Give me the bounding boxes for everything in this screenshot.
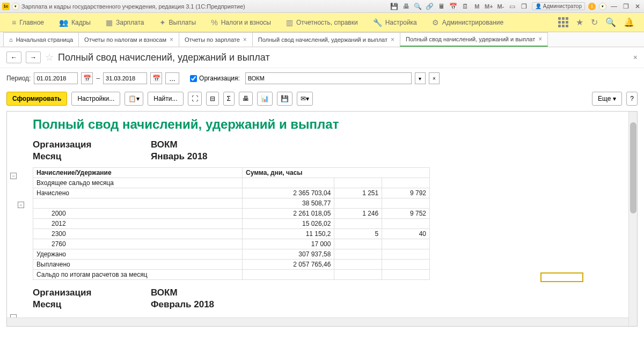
schedule-icon[interactable]: 🗓 (461, 2, 470, 11)
tab-home[interactable]: ⌂Начальная страница (3, 32, 79, 47)
nav-salary[interactable]: ▦Зарплата (98, 18, 152, 27)
calendar-icon[interactable]: 📅 (449, 2, 458, 11)
nav-settings[interactable]: 🔧Настройка (365, 18, 425, 27)
page-header: ← → ☆ Полный свод начислений, удержаний … (0, 47, 644, 68)
generate-button[interactable]: Сформировать (6, 92, 67, 106)
close-icon[interactable]: × (391, 36, 394, 43)
outline-collapse-1[interactable]: − (10, 173, 17, 179)
close-icon[interactable]: × (538, 35, 542, 43)
table-row: Удержано307 937,58 (33, 249, 430, 260)
tab-bar: ⌂Начальная страница Отчеты по налогам и … (0, 32, 644, 47)
org-clear-button[interactable]: × (429, 72, 440, 84)
m-plus-icon[interactable]: M+ (485, 2, 493, 11)
info-icon[interactable]: i (588, 3, 596, 10)
expand-icon[interactable]: ⛶ (188, 92, 202, 106)
date-from-input[interactable] (34, 72, 78, 84)
gear-icon: ⚙ (432, 18, 439, 27)
date-to-input[interactable] (103, 72, 147, 84)
apps-icon[interactable] (558, 17, 568, 27)
star-icon[interactable]: ★ (576, 17, 583, 27)
info-dropdown[interactable]: ▾ (599, 3, 606, 10)
period-picker-button[interactable]: ... (165, 72, 179, 84)
nav-personnel[interactable]: 👥Кадры (52, 18, 98, 27)
print-icon[interactable]: 🖶 (402, 2, 411, 11)
tab-tax-reports[interactable]: Отчеты по налогам и взносам× (78, 32, 179, 47)
collapse-icon[interactable]: ⊟ (206, 92, 219, 106)
nav-admin[interactable]: ⚙Администрирование (425, 18, 511, 27)
app-menu-dropdown[interactable]: ▾ (12, 3, 19, 10)
nav-main[interactable]: ≡Главное (4, 18, 52, 27)
save-report-icon[interactable]: 💾 (277, 92, 292, 106)
chart-icon[interactable]: 📊 (257, 92, 273, 106)
report-icon: ▥ (286, 18, 293, 27)
page-title: Полный свод начислений, удержаний и выпл… (58, 52, 270, 63)
report-area: − − − Полный свод начислений, удержаний … (6, 111, 638, 327)
selected-cell[interactable] (540, 272, 583, 282)
find-button[interactable]: Найти... (148, 92, 183, 106)
org-input[interactable] (245, 72, 412, 84)
calendar-from-icon[interactable]: 📅 (81, 72, 93, 84)
scroll-thumb[interactable] (630, 122, 636, 213)
save-icon[interactable]: 💾 (390, 2, 399, 11)
table-header-row: Начисление/Удержание Сумма, дни, часы (33, 168, 430, 178)
outline-collapse-2[interactable]: − (18, 202, 24, 208)
variants-button[interactable]: 📋▾ (125, 92, 143, 106)
org-checkbox-input[interactable] (190, 75, 197, 82)
nav-reports[interactable]: ▥Отчетность, справки (279, 18, 365, 27)
favorite-icon[interactable]: ☆ (45, 51, 54, 63)
link-icon[interactable]: 🔗 (426, 2, 434, 11)
org-checkbox[interactable]: Организация: (190, 75, 240, 82)
minimize-icon[interactable]: — (610, 2, 618, 11)
help-button[interactable]: ? (626, 92, 638, 106)
vertical-scrollbar[interactable] (628, 112, 637, 326)
close-icon[interactable]: × (243, 36, 247, 43)
print-button[interactable]: 🖶 (239, 92, 253, 106)
m-minus-icon[interactable]: M- (496, 2, 505, 11)
sum-icon[interactable]: Σ (223, 92, 235, 106)
table-row: 20002 261 018,051 2469 752 (33, 209, 430, 219)
outline-gutter: − − − (10, 112, 30, 316)
people-icon: 👥 (59, 18, 68, 27)
month-value-2: Февраль 2018 (151, 299, 214, 310)
table-row: 201215 026,02 (33, 219, 430, 229)
history-icon[interactable]: ↻ (591, 17, 598, 27)
more-button[interactable]: Еще ▾ (592, 92, 622, 106)
page-close-icon[interactable]: × (633, 53, 638, 62)
maximize-icon[interactable]: ❐ (621, 2, 630, 11)
col-header-name: Начисление/Удержание (33, 168, 243, 178)
user-badge[interactable]: 👤 Администратор (532, 2, 585, 10)
titlebar: 1c ▾ Зарплата и кадры государственного у… (0, 0, 644, 13)
table-row: 230011 150,2540 (33, 229, 430, 239)
calendar-to-icon[interactable]: 📅 (150, 72, 162, 84)
window-icon[interactable]: ▭ (508, 2, 517, 11)
grid-icon: ▦ (106, 18, 113, 27)
home-icon: ⌂ (9, 36, 13, 43)
close-window-icon[interactable]: ✕ (633, 2, 642, 11)
tab-salary-reports[interactable]: Отчеты по зарплате× (179, 32, 253, 47)
tab-full-report-1[interactable]: Полный свод начислений, удержаний и выпл… (252, 32, 400, 47)
org-dropdown-button[interactable]: ▾ (415, 72, 426, 84)
month-label: Месяц (33, 151, 151, 162)
forward-button[interactable]: → (26, 51, 41, 63)
org-label-2: Организация (33, 287, 151, 298)
horizontal-scrollbar[interactable] (7, 318, 628, 326)
back-button[interactable]: ← (6, 51, 21, 63)
nav-search-icon[interactable]: 🔍 (605, 17, 616, 27)
search-icon[interactable]: 🔍 (414, 2, 422, 11)
main-nav: ≡Главное 👥Кадры ▦Зарплата ✦Выплаты %Нало… (0, 13, 644, 32)
menu-icon: ≡ (12, 18, 16, 27)
payments-icon: ✦ (159, 18, 166, 27)
table-row: Сальдо по итогам расчетов за месяц (33, 270, 430, 280)
bell-icon[interactable]: 🔔 (624, 17, 634, 27)
email-button[interactable]: ✉▾ (297, 92, 313, 106)
nav-taxes[interactable]: %Налоги и взносы (203, 18, 279, 27)
close-icon[interactable]: × (170, 36, 173, 43)
settings-button[interactable]: Настройки... (71, 92, 120, 106)
table-row: Входящее сальдо месяца (33, 178, 430, 188)
windows-icon[interactable]: ❐ (520, 2, 529, 11)
table-row: 38 508,77 (33, 198, 430, 209)
m-icon[interactable]: M (473, 2, 481, 11)
calc-icon[interactable]: 🖩 (437, 2, 446, 11)
tab-full-report-2[interactable]: Полный свод начислений, удержаний и выпл… (400, 32, 548, 47)
nav-payments[interactable]: ✦Выплаты (152, 18, 204, 27)
